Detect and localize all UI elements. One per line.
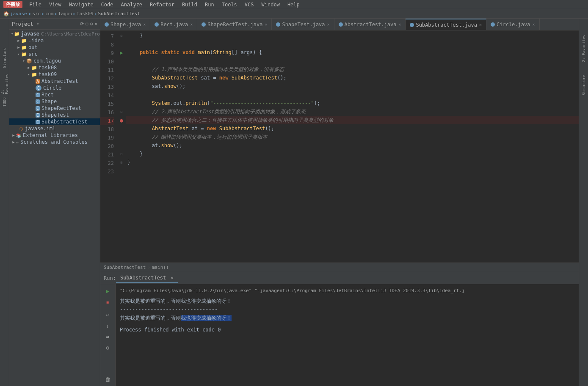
run-gutter-9[interactable]: ▶ [120, 49, 123, 56]
collapse-icon[interactable]: ⊟ [86, 21, 88, 27]
package-icon-comlagou: 📦 [26, 58, 32, 64]
run-panel-header: Run: SubAbstractTest ✕ [100, 272, 579, 284]
tree-item-shape[interactable]: C Shape [9, 98, 100, 105]
tab-close-subabstracttest[interactable]: ✕ [479, 22, 482, 27]
punc-main-9: ( [210, 48, 213, 57]
run-play-button[interactable]: ▶ [103, 286, 113, 296]
breadcrumb-lagou[interactable]: lagou [58, 11, 72, 16]
tab-close-shaperecttest[interactable]: ✕ [265, 22, 267, 27]
op-eq-12: = [213, 74, 219, 82]
todo-icon[interactable]: TODO [1, 98, 8, 106]
gutter-9[interactable]: ▶ [117, 48, 126, 57]
gear-icon[interactable]: ⚙ [90, 21, 93, 27]
tree-item-scratches[interactable]: ▶ ✏ Scratches and Consoles [9, 139, 100, 145]
menu-build[interactable]: Build [179, 1, 201, 8]
run-restart-button[interactable]: ↩ [103, 309, 113, 320]
close-icon[interactable]: ✕ [94, 21, 97, 27]
tab-close-circle[interactable]: ✕ [532, 22, 535, 27]
menu-analyze[interactable]: Analyze [118, 1, 146, 8]
tab-rect[interactable]: Rect.java ✕ [150, 19, 197, 30]
project-dropdown[interactable]: ▾ [37, 22, 39, 26]
tab-close-abstracttest[interactable]: ✕ [398, 22, 401, 27]
tree-item-rect[interactable]: C Rect [9, 91, 100, 98]
rect-label: Rect [41, 92, 54, 98]
breadcrumb-src[interactable]: src [32, 11, 41, 16]
menu-refactor[interactable]: Refactor [146, 1, 178, 8]
tree-item-iml[interactable]: ⬡ javase.iml [9, 125, 100, 132]
tree-item-comlagou[interactable]: ▾ 📦 com.lagou [9, 57, 100, 64]
punc-dot2-15: . [182, 99, 185, 107]
breakpoint-17[interactable]: ● [120, 117, 123, 123]
tree-item-src[interactable]: ▾ 📁 src [9, 51, 100, 57]
code-line-7: } [126, 31, 579, 40]
menu-vcs[interactable]: VCS [241, 1, 257, 8]
tab-shaperecttest[interactable]: ShapeRectTest.java ✕ [197, 19, 272, 30]
menu-view[interactable]: View [46, 1, 65, 8]
code-content[interactable]: } public static void main(String[] args)… [126, 30, 579, 263]
shape-label: Shape [41, 99, 57, 104]
code-line-22: } [126, 158, 579, 167]
menu-tools[interactable]: Tools [218, 1, 240, 8]
arrow-external: ▶ [11, 133, 16, 137]
tab-circle[interactable]: Circle.java ✕ [486, 19, 540, 30]
class-icon-shape: C [36, 99, 40, 104]
editor-area: 7 8 9 10 11 12 13 14 15 16 17 18 19 20 [100, 30, 579, 263]
tree-item-javase[interactable]: ▾ 📁 javase C:\Users\Marz\IdeaPro [9, 30, 100, 37]
favorites-item-1[interactable]: 2: Favorites [581, 33, 587, 64]
tree-item-external[interactable]: ▶ 📚 External Libraries [9, 132, 100, 139]
comlagou-label: com.lagou [33, 58, 61, 64]
tree-item-idea[interactable]: ▶ 📁 .idea [9, 37, 100, 44]
folder-icon-idea: 📁 [21, 38, 27, 44]
tree-item-task08[interactable]: ▶ 📁 task08 [9, 64, 100, 71]
stop-badge[interactable]: 停播放 [3, 1, 22, 8]
run-stop-button[interactable]: ▪ [103, 297, 113, 307]
breadcrumb-javase[interactable]: 🏠 [3, 11, 9, 16]
tree-item-shaperecttest[interactable]: C ShapeRectTest [9, 105, 100, 112]
breadcrumb-task09[interactable]: task09 [77, 11, 94, 16]
favorites-strip: 2: Favorites Structure [579, 19, 588, 386]
javase-path: C:\Users\Marz\IdeaPro [41, 31, 100, 37]
tab-label-circle: Circle.java [497, 22, 530, 27]
tree-item-circle[interactable]: C Circle [9, 85, 100, 91]
run-toolbar: ▶ ▪ ↩ ↓ ⇌ ⚙ 🗑 [100, 284, 116, 386]
arrow-out: ▶ [16, 45, 21, 49]
favorites-icon[interactable]: 2: Favorites [1, 80, 8, 88]
gutter-12 [117, 74, 126, 82]
arrow-scratches: ▶ [11, 140, 16, 144]
menu-code[interactable]: Code [98, 1, 117, 8]
tree-item-abstracttest[interactable]: A AbstractTest [9, 78, 100, 85]
gutter-21: ⊟ [117, 150, 126, 158]
tab-shapetest[interactable]: ShapeTest.java ✕ [272, 19, 334, 30]
tree-item-task09[interactable]: ▾ 📁 task09 [9, 71, 100, 78]
run-tab-close[interactable]: ✕ [171, 276, 174, 280]
tab-close-rect[interactable]: ✕ [190, 22, 193, 27]
run-tab-subabstracttest[interactable]: SubAbstractTest ✕ [116, 273, 178, 283]
run-settings-button[interactable]: ⚙ [103, 342, 113, 353]
shaperecttest-label: ShapeRectTest [41, 105, 81, 111]
tab-subabstracttest[interactable]: SubAbstractTest.java ✕ [406, 19, 486, 30]
tab-abstracttest[interactable]: AbstractTest.java ✕ [334, 19, 406, 30]
run-clear-button[interactable]: 🗑 [103, 374, 113, 384]
menu-help[interactable]: Help [284, 1, 303, 8]
breadcrumb-com[interactable]: com [45, 11, 54, 16]
menu-navigate[interactable]: Navigate [66, 1, 97, 8]
gutter-15 [117, 99, 126, 107]
tree-item-out[interactable]: ▶ 📁 out [9, 44, 100, 51]
tab-shape[interactable]: Shape.java ✕ [100, 19, 150, 30]
sync-icon[interactable]: ⟳ [80, 21, 84, 27]
run-wrap-button[interactable]: ⇌ [103, 331, 113, 342]
punc-close-15: ); [314, 99, 320, 107]
menu-file[interactable]: File [26, 1, 45, 8]
breadcrumb-file[interactable]: SubAbstractTest [98, 11, 140, 16]
tree-item-subabstracttest[interactable]: C SubAbstractTest [9, 118, 100, 125]
favorites-item-2[interactable]: Structure [581, 73, 587, 97]
arrow-javase: ▾ [11, 32, 14, 36]
run-scroll-end-button[interactable]: ↓ [103, 320, 113, 331]
punc-21: } [127, 150, 143, 158]
menu-window[interactable]: Window [258, 1, 283, 8]
tab-close-shapetest[interactable]: ✕ [327, 22, 330, 27]
structure-icon[interactable]: Structure [1, 54, 8, 62]
menu-run[interactable]: Run [202, 1, 218, 8]
tree-item-shapetest[interactable]: C ShapeTest [9, 112, 100, 118]
tab-close-shape[interactable]: ✕ [143, 22, 146, 27]
